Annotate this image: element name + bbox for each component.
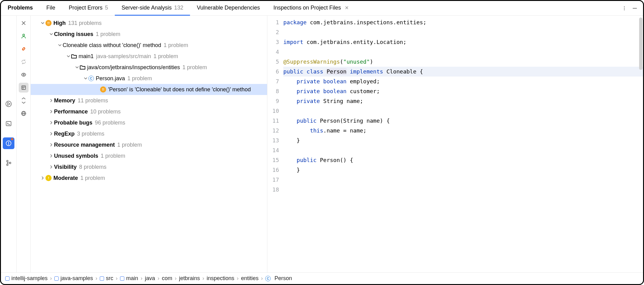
web-icon[interactable] <box>19 109 29 118</box>
close-icon[interactable]: ✕ <box>345 5 349 11</box>
user-icon[interactable] <box>19 31 29 41</box>
tab-vulnerable-deps[interactable]: Vulnerable Dependencies <box>190 1 266 16</box>
breadcrumb-item[interactable]: intellij-samples <box>5 275 48 282</box>
problems-tree: !!High131 problems Cloning issues1 probl… <box>31 16 267 272</box>
breadcrumb-item[interactable]: com <box>162 275 172 282</box>
tree-row-main1[interactable]: main1java-samples/src/main1 problem <box>31 51 267 62</box>
line-gutter: 123456789101112131415161718 <box>267 16 281 272</box>
far-left-sidebar <box>1 16 17 272</box>
tree-row-regexp[interactable]: RegExp3 problems <box>31 128 267 139</box>
breadcrumb-item[interactable]: src <box>100 275 113 282</box>
svg-point-10 <box>9 144 9 145</box>
tree-row-issue[interactable]: !!'Person' is 'Cloneable' but does not d… <box>31 84 267 95</box>
minimize-icon[interactable] <box>630 6 640 11</box>
class-icon: C <box>265 276 271 281</box>
tree-row-visibility[interactable]: Visibility8 problems <box>31 161 267 172</box>
tree-row-resource[interactable]: Resource management1 problem <box>31 139 267 150</box>
severity-high-icon: !! <box>45 20 52 26</box>
tree-row-unused[interactable]: Unused symbols1 problem <box>31 150 267 161</box>
tab-inspections[interactable]: Inspections on Project Files✕ <box>267 1 355 16</box>
tree-row-cloning[interactable]: Cloning issues1 problem <box>31 29 267 40</box>
severity-moderate-icon: ! <box>45 175 52 181</box>
tab-server-analysis[interactable]: Server-side Analysis132 <box>115 1 190 16</box>
svg-point-17 <box>23 74 24 75</box>
module-icon <box>100 276 104 281</box>
tree-row-file[interactable]: CPerson.java1 problem <box>31 73 267 84</box>
breadcrumb-bar: intellij-samples› java-samples› src› mai… <box>1 272 643 284</box>
run-services-icon[interactable] <box>3 98 14 110</box>
warning-icon: !! <box>100 86 106 93</box>
layout-preview-icon[interactable] <box>19 83 29 93</box>
tree-row-moderate[interactable]: !Moderate1 problem <box>31 172 267 184</box>
link-icon[interactable] <box>19 44 29 54</box>
close-panel-icon[interactable] <box>19 18 29 28</box>
tree-row-performance[interactable]: Performance10 problems <box>31 106 267 117</box>
module-icon <box>120 276 124 281</box>
breadcrumb-item[interactable]: CPerson <box>265 275 292 282</box>
tab-problems[interactable]: Problems <box>1 1 40 16</box>
class-icon: C <box>88 76 94 81</box>
problems-tool-icon[interactable] <box>3 137 14 149</box>
git-icon[interactable] <box>3 157 14 169</box>
module-icon <box>54 276 59 281</box>
breadcrumb-item[interactable]: jetbrains <box>179 275 200 282</box>
scrollbar[interactable] <box>639 18 642 70</box>
svg-point-0 <box>624 6 625 7</box>
tree-row-high[interactable]: !!High131 problems <box>31 18 267 29</box>
svg-marker-4 <box>8 102 10 105</box>
svg-rect-6 <box>6 121 11 126</box>
tree-row-memory[interactable]: Memory11 problems <box>31 95 267 106</box>
main-content: !!High131 problems Cloning issues1 probl… <box>1 16 643 272</box>
svg-point-5 <box>6 101 11 107</box>
code-editor[interactable]: 123456789101112131415161718 package com.… <box>267 16 643 272</box>
code-content[interactable]: package com.jetbrains.inspections.entiti… <box>281 16 643 272</box>
module-icon <box>5 276 10 281</box>
breadcrumb-item[interactable]: inspections <box>207 275 234 282</box>
svg-point-1 <box>624 8 625 8</box>
tab-bar: Problems File Project Errors5 Server-sid… <box>1 1 643 16</box>
svg-point-2 <box>624 10 625 10</box>
eye-icon[interactable] <box>19 70 29 80</box>
tree-row-package[interactable]: java/com/jetbrains/inspections/entities1… <box>31 62 267 73</box>
breadcrumb-item[interactable]: java <box>145 275 155 282</box>
terminal-icon[interactable] <box>3 118 14 129</box>
tree-toolbar <box>17 16 31 272</box>
refresh-icon[interactable] <box>19 57 29 67</box>
breadcrumb-item[interactable]: entities <box>241 275 258 282</box>
tree-row-cloneable[interactable]: Cloneable class without 'clone()' method… <box>31 40 267 51</box>
tree-row-probable[interactable]: Probable bugs96 problems <box>31 117 267 128</box>
svg-rect-18 <box>22 86 25 89</box>
expand-collapse-icon[interactable] <box>19 96 29 105</box>
breadcrumb-item[interactable]: java-samples <box>54 275 93 282</box>
module-folder-icon <box>71 53 77 59</box>
more-options-icon[interactable] <box>619 6 630 11</box>
folder-icon <box>80 65 85 70</box>
breadcrumb-item[interactable]: main <box>120 275 138 282</box>
svg-point-16 <box>23 34 25 36</box>
tab-file[interactable]: File <box>40 1 62 16</box>
tab-project-errors[interactable]: Project Errors5 <box>62 1 115 16</box>
